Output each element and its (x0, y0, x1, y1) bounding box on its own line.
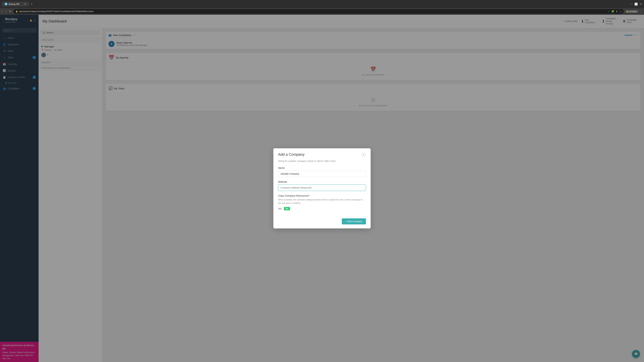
back-button[interactable]: ‹ (1, 9, 4, 13)
close-button[interactable]: ✕ (640, 2, 642, 6)
tab-label: Breezy HR (9, 3, 19, 5)
download-icon[interactable]: ⬇ (616, 10, 618, 13)
copy-resources-title: Copy Company Resources? (278, 194, 366, 197)
forward-button[interactable]: › (5, 9, 7, 13)
copy-resources-desc: When enabled, the selected settings/cont… (278, 198, 366, 205)
address-bar[interactable]: 🔒 app.breezy.hr/app/c/moodjoy/p/59357218… (14, 9, 624, 14)
name-label: Name (278, 166, 366, 169)
modal-title: Add a Company (278, 152, 304, 157)
toggle-no-button[interactable]: No (284, 207, 290, 210)
browser-menu-button[interactable]: ⋮ (640, 9, 643, 13)
tab-close-button[interactable]: ✕ (24, 3, 26, 5)
modal-overlay[interactable]: Add a Company ✕ Hiring for another compa… (0, 15, 644, 362)
modal-close-button[interactable]: ✕ (361, 152, 366, 157)
toggle-row: Yes No (278, 207, 366, 210)
website-form-group: Website (278, 180, 366, 191)
lock-icon: 🔒 (16, 10, 18, 12)
tab-favicon: B (5, 3, 8, 5)
address-bar-icons: ☆ 🧩 ⬇ ▭ (608, 10, 622, 13)
new-tab-button[interactable]: + (30, 2, 34, 6)
name-field-display: Sample Company (278, 171, 366, 177)
modal-body: Hiring for another company, brand or cli… (273, 157, 371, 218)
copy-resources-section: Copy Company Resources? When enabled, th… (278, 194, 366, 210)
modal-header: Add a Company ✕ (273, 148, 371, 157)
extensions-icon[interactable]: 🧩 (611, 10, 614, 13)
refresh-button[interactable]: ↻ (8, 9, 12, 14)
url-display: app.breezy.hr/app/c/moodjoy/p/59357218dc… (19, 10, 94, 12)
incognito-badge: 🕵 Incognito (625, 10, 638, 13)
cast-icon[interactable]: ▭ (620, 10, 622, 13)
modal-footer: + Add Company (273, 218, 371, 228)
browser-chrome: B Breezy HR ✕ + ─ ⬜ ✕ (0, 0, 644, 8)
minimize-button[interactable]: ─ (630, 2, 632, 6)
website-label: Website (278, 180, 366, 183)
name-value: Sample Company (280, 172, 299, 175)
browser-tabs: B Breezy HR ✕ + (2, 2, 34, 6)
toggle-yes-label: Yes (278, 207, 282, 210)
modal-subtitle: Hiring for another company, brand or cli… (278, 160, 366, 162)
address-bar-row: ‹ › ↻ 🔒 app.breezy.hr/app/c/moodjoy/p/59… (0, 8, 644, 15)
star-icon[interactable]: ☆ (608, 10, 610, 13)
website-input[interactable] (278, 185, 366, 191)
add-company-button[interactable]: + Add Company (342, 218, 366, 224)
name-form-group: Name Sample Company (278, 166, 366, 177)
window-controls: ─ ⬜ ✕ (630, 2, 642, 6)
add-company-modal: Add a Company ✕ Hiring for another compa… (273, 148, 371, 228)
restore-button[interactable]: ⬜ (634, 2, 638, 6)
incognito-icon: 🕵 (626, 10, 629, 12)
active-tab[interactable]: B Breezy HR ✕ (2, 2, 29, 6)
